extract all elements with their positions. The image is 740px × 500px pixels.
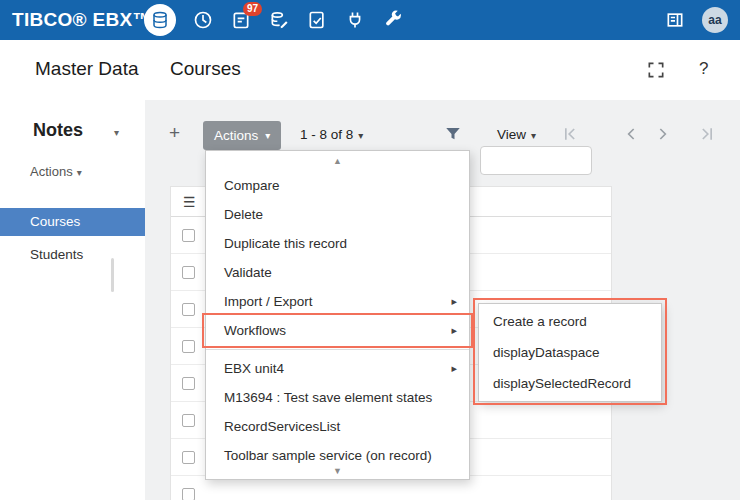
- menu-item-label: Duplicate this record: [224, 236, 347, 251]
- menu-item-m13694[interactable]: M13694 : Test save element states: [206, 383, 469, 412]
- database-icon: [151, 11, 169, 29]
- row-checkbox[interactable]: [182, 488, 195, 500]
- row-checkbox[interactable]: [182, 377, 195, 390]
- caret-down-icon: ▾: [531, 130, 536, 141]
- sidebar-item-courses[interactable]: Courses: [0, 208, 145, 236]
- panel-list-icon: [665, 10, 685, 30]
- tasks-button[interactable]: 97: [230, 9, 252, 31]
- topbar-icon-group: 97: [144, 4, 404, 36]
- app-window: TIBCO® EBX™: [0, 0, 740, 500]
- plug-icon: [345, 10, 365, 30]
- scrollbar-thumb[interactable]: [111, 258, 114, 292]
- submenu-item-label: Create a record: [493, 314, 587, 329]
- submenu-item-displayselectedrecord[interactable]: displaySelectedRecord: [479, 368, 661, 399]
- table-menu-icon[interactable]: ☰: [183, 194, 196, 210]
- menu-item-delete[interactable]: Delete: [206, 200, 469, 229]
- view-selector[interactable]: View▾: [497, 127, 536, 142]
- menu-item-validate[interactable]: Validate: [206, 258, 469, 287]
- row-checkbox[interactable]: [182, 451, 195, 464]
- integration-button[interactable]: [344, 9, 366, 31]
- topbar: TIBCO® EBX™: [0, 0, 740, 40]
- submenu-item-create-record[interactable]: Create a record: [479, 306, 661, 337]
- menu-separator: [206, 349, 469, 350]
- menu-scroll-up-icon[interactable]: ▲: [206, 151, 469, 171]
- last-page-icon: [697, 124, 717, 144]
- menu-scroll-down-icon[interactable]: ▼: [206, 463, 469, 479]
- caret-down-icon: ▾: [358, 130, 363, 141]
- first-page-button[interactable]: [560, 124, 580, 144]
- submenu-arrow-icon: ▸: [451, 287, 457, 316]
- search-input[interactable]: [480, 146, 592, 175]
- sidebar-actions-label: Actions: [30, 164, 73, 179]
- menu-item-recordserviceslist[interactable]: RecordServicesList: [206, 412, 469, 441]
- clock-icon: [193, 10, 213, 30]
- sidebar-item-label: Courses: [30, 214, 80, 229]
- dataset-title: Master Data: [35, 58, 160, 80]
- fullscreen-button[interactable]: [646, 60, 666, 80]
- previous-page-button[interactable]: [622, 124, 642, 144]
- history-button[interactable]: [192, 9, 214, 31]
- menu-item-label: RecordServicesList: [224, 419, 340, 434]
- menu-item-label: EBX unit4: [224, 361, 284, 376]
- record-range-label: 1 - 8 of 8: [300, 127, 353, 142]
- main-content: + Actions▾ 1 - 8 of 8▾ View▾: [145, 100, 740, 500]
- document-check-icon: [307, 10, 327, 30]
- actions-button-label: Actions: [214, 128, 258, 143]
- sidebar-actions-button[interactable]: Actions▾: [30, 164, 82, 179]
- view-label: View: [497, 127, 526, 142]
- topbar-right-group: aa: [664, 7, 740, 33]
- menu-item-ebx-unit4[interactable]: EBX unit4 ▸: [206, 354, 469, 383]
- validation-button[interactable]: [306, 9, 328, 31]
- row-checkbox[interactable]: [182, 229, 195, 242]
- caret-down-icon: ▾: [77, 167, 82, 178]
- page-header: Master Data Courses ?: [0, 40, 740, 100]
- first-page-icon: [560, 124, 580, 144]
- help-button[interactable]: ?: [699, 59, 708, 79]
- actions-dropdown-menu: ▲ Compare Delete Duplicate this record V…: [205, 150, 470, 480]
- submenu-item-label: displayDataspace: [493, 345, 600, 360]
- administration-button[interactable]: [382, 9, 404, 31]
- menu-item-label: Compare: [224, 178, 280, 193]
- workflows-submenu: Create a record displayDataspace display…: [478, 303, 662, 402]
- row-checkbox[interactable]: [182, 414, 195, 427]
- fullscreen-icon: [646, 60, 666, 80]
- section-caret-down-icon[interactable]: ▾: [114, 127, 119, 138]
- menu-item-label: Delete: [224, 207, 263, 222]
- record-range-selector[interactable]: 1 - 8 of 8▾: [300, 127, 363, 142]
- submenu-item-label: displaySelectedRecord: [493, 376, 631, 391]
- menu-item-label: Toolbar sample service (on record): [224, 448, 432, 463]
- menu-item-duplicate[interactable]: Duplicate this record: [206, 229, 469, 258]
- row-checkbox[interactable]: [182, 340, 195, 353]
- submenu-arrow-icon: ▸: [451, 316, 457, 345]
- sidebar-section-title: Notes: [33, 120, 83, 141]
- task-count-badge: 97: [243, 2, 262, 16]
- add-record-button[interactable]: +: [169, 122, 180, 144]
- perspective-button[interactable]: [664, 9, 686, 31]
- wrench-icon: [383, 10, 403, 30]
- funnel-icon: [444, 125, 464, 143]
- menu-item-import-export[interactable]: Import / Export ▸: [206, 287, 469, 316]
- menu-item-workflows[interactable]: Workflows ▸: [206, 316, 469, 345]
- sidebar-item-students[interactable]: Students: [0, 241, 145, 269]
- next-page-button[interactable]: [652, 124, 672, 144]
- submenu-arrow-icon: ▸: [451, 354, 457, 383]
- data-models-active-button[interactable]: [144, 4, 176, 36]
- sidebar: Notes ▾ Actions▾ Courses Students: [0, 100, 145, 500]
- last-page-button[interactable]: [697, 124, 717, 144]
- menu-item-label: Validate: [224, 265, 272, 280]
- table-actions-button[interactable]: Actions▾: [203, 121, 281, 150]
- menu-item-label: Workflows: [224, 323, 286, 338]
- tibco-ebx-logo: TIBCO® EBX™: [0, 9, 140, 31]
- user-avatar[interactable]: aa: [702, 7, 728, 33]
- sidebar-item-label: Students: [30, 247, 83, 262]
- data-edit-button[interactable]: [268, 9, 290, 31]
- row-checkbox[interactable]: [182, 266, 195, 279]
- caret-down-icon: ▾: [265, 130, 270, 141]
- row-checkbox[interactable]: [182, 303, 195, 316]
- submenu-item-displaydataspace[interactable]: displayDataspace: [479, 337, 661, 368]
- page-title: Courses: [170, 58, 241, 80]
- filter-button[interactable]: [444, 125, 464, 145]
- menu-item-compare[interactable]: Compare: [206, 171, 469, 200]
- menu-item-label: Import / Export: [224, 294, 313, 309]
- chevron-right-icon: [652, 124, 672, 144]
